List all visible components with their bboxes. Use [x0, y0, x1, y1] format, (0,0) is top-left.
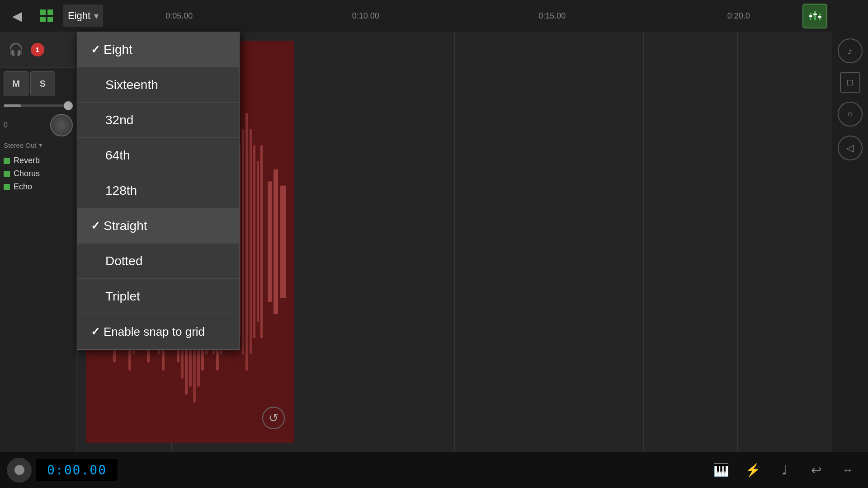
solo-button[interactable]: S — [30, 71, 55, 96]
triangle-icon: ◁ — [846, 142, 854, 154]
output-dropdown-arrow: ▾ — [39, 141, 42, 149]
right-sidebar: ♪ □ ○ ◁ — [832, 32, 868, 452]
record-dot-icon — [14, 465, 24, 475]
dropdown-item-64th[interactable]: 64th — [77, 138, 239, 173]
dropdown-label-32nd: 32nd — [105, 113, 133, 127]
note-button[interactable]: ♩ — [771, 456, 798, 483]
dropdown-item-straight[interactable]: ✓ Straight — [77, 208, 239, 244]
chorus-label: Chorus — [14, 169, 40, 178]
undo-icon: ↩ — [811, 463, 821, 478]
timeline-area: 0:05.00 0:10.00 0:15.00 0:20.0 — [77, 0, 832, 32]
bottom-toolbar: 0:00.00 🎹 ⚡ ♩ ↩ ↔ — [0, 452, 868, 488]
expand-button[interactable]: ↔ — [834, 456, 861, 483]
dropdown-label-dotted: Dotted — [105, 254, 143, 268]
dropdown-item-32nd[interactable]: 32nd — [77, 103, 239, 138]
mute-button[interactable]: M — [4, 71, 28, 96]
dropdown-item-triplet[interactable]: Triplet — [77, 279, 239, 314]
effect-reverb[interactable]: Reverb — [4, 156, 73, 165]
avatar-icon: ♪ — [848, 45, 853, 57]
dropdown-item-snap[interactable]: ✓ Enable snap to grid — [77, 314, 239, 349]
dropdown-item-eight[interactable]: ✓ Eight — [77, 32, 239, 67]
piano-button[interactable]: 🎹 — [708, 456, 735, 483]
svg-rect-5 — [814, 11, 816, 20]
dropdown-label-eight: Eight — [104, 42, 132, 57]
echo-color-dot — [4, 184, 10, 190]
effect-echo[interactable]: Echo — [4, 182, 73, 192]
mixer-button[interactable] — [802, 4, 827, 28]
grid-view-button[interactable] — [34, 4, 59, 28]
svg-rect-57 — [257, 161, 259, 322]
svg-rect-1 — [47, 9, 53, 15]
volume-knob[interactable] — [64, 101, 73, 110]
volume-slider[interactable] — [4, 104, 73, 107]
reverb-label: Reverb — [14, 156, 40, 165]
svg-rect-17 — [274, 169, 278, 314]
grid-icon — [39, 9, 54, 23]
reverb-color-dot — [4, 158, 10, 164]
note-icon: ♩ — [782, 463, 788, 478]
dropdown-label-64th: 64th — [105, 148, 130, 163]
triangle-button[interactable]: ◁ — [838, 136, 863, 160]
volume-area — [0, 100, 76, 112]
expand-icon: ↔ — [842, 464, 853, 476]
dropdown-item-dotted[interactable]: Dotted — [77, 244, 239, 279]
track-header: 🎧 1 — [0, 32, 76, 68]
time-display: 0:00.00 — [36, 459, 118, 481]
checkmark-straight: ✓ — [91, 220, 100, 232]
dropdown-label-straight: Straight — [104, 219, 147, 233]
replay-icon: ↺ — [269, 411, 278, 425]
svg-rect-9 — [818, 16, 821, 18]
headphones-icon: 🎧 — [9, 42, 23, 56]
track-number: 1 — [31, 43, 44, 56]
checkmark-eight: ✓ — [91, 43, 100, 56]
back-button[interactable]: ◀ — [5, 4, 29, 28]
dropdown-label-sixteenth: Sixteenth — [105, 78, 158, 92]
dropdown-item-sixteenth[interactable]: Sixteenth — [77, 67, 239, 103]
grid-line — [360, 32, 360, 452]
svg-rect-0 — [40, 9, 46, 15]
instrument-button[interactable]: ⚡ — [739, 456, 766, 483]
grid-line — [737, 32, 738, 452]
volume-slider-fill — [4, 104, 21, 107]
checkmark-snap: ✓ — [91, 325, 100, 338]
dropdown-item-128th[interactable]: 128th — [77, 173, 239, 208]
grid-line — [549, 32, 549, 452]
svg-rect-58 — [260, 145, 263, 338]
grid-line — [643, 32, 644, 452]
left-sidebar: 🎧 1 M S 0 Stereo Out ▾ — [0, 32, 77, 452]
top-toolbar: ◀ Eight ▾ 0:05.00 0:10.00 0:15.00 0:20.0 — [0, 0, 868, 32]
avatar-button[interactable]: ♪ — [838, 38, 863, 63]
track-controls-row: M S — [0, 68, 76, 100]
app-container: ◀ Eight ▾ 0:05.00 0:10.00 0:15.00 0:20.0 — [0, 0, 868, 488]
svg-rect-3 — [47, 17, 53, 22]
pan-label: 0 — [4, 121, 8, 129]
chorus-color-dot — [4, 171, 10, 177]
effects-list: Reverb Chorus Echo — [0, 151, 76, 196]
output-label-area[interactable]: Stereo Out ▾ — [0, 139, 76, 151]
dropdown-label-triplet: Triplet — [105, 289, 140, 304]
svg-rect-18 — [268, 182, 272, 302]
replay-button[interactable]: ↺ — [262, 407, 285, 429]
svg-rect-54 — [245, 113, 248, 371]
timeline-marker-2: 0:10.00 — [273, 11, 459, 21]
piano-icon: 🎹 — [713, 463, 729, 478]
instrument-icon: ⚡ — [745, 463, 761, 478]
timeline-marker-3: 0:15.00 — [459, 11, 646, 21]
svg-rect-8 — [813, 14, 817, 15]
undo-button[interactable]: ↩ — [802, 456, 830, 483]
circle-button[interactable]: ○ — [838, 102, 863, 127]
square-icon: □ — [847, 77, 853, 88]
snap-dropdown-menu: ✓ Eight Sixteenth 32nd 64th 128th ✓ Stra… — [77, 32, 240, 350]
dropdown-label-128th: 128th — [105, 183, 137, 198]
record-button[interactable] — [7, 458, 32, 483]
svg-rect-16 — [280, 185, 286, 298]
echo-label: Echo — [14, 182, 32, 192]
headphones-button[interactable]: 🎧 — [5, 38, 27, 61]
snap-to-grid-label: Enable snap to grid — [104, 325, 205, 339]
effect-chorus[interactable]: Chorus — [4, 169, 73, 178]
pan-knob[interactable] — [50, 114, 73, 136]
svg-rect-2 — [40, 17, 46, 22]
svg-rect-55 — [250, 129, 252, 354]
shape-square-button[interactable]: □ — [840, 72, 860, 93]
output-label-text: Stereo Out — [4, 141, 37, 149]
